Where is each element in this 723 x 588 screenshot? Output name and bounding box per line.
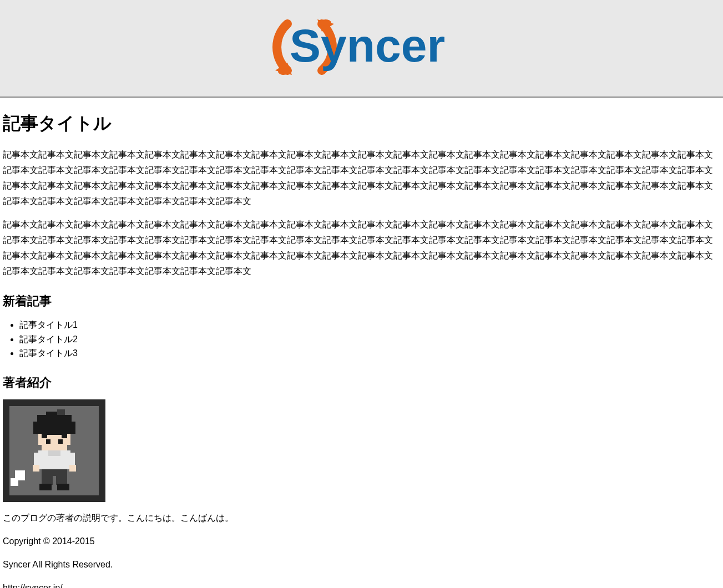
main-content: 記事タイトル 記事本文記事本文記事本文記事本文記事本文記事本文記事本文記事本文記… <box>0 111 723 588</box>
svg-rect-22 <box>69 465 76 472</box>
svg-rect-18 <box>34 453 42 466</box>
svg-rect-8 <box>57 409 65 415</box>
site-footer: Copyright © 2014-2015 Syncer All Rights … <box>3 534 720 588</box>
footer-url[interactable]: http://syncer.jp/ <box>3 580 720 588</box>
recent-item-title: 記事タイトル3 <box>19 348 78 358</box>
recent-list-item[interactable]: 記事タイトル2 <box>19 332 720 347</box>
author-avatar <box>3 399 105 502</box>
svg-rect-16 <box>58 439 63 444</box>
article-title: 記事タイトル <box>3 111 720 136</box>
article-body-paragraph: 記事本文記事本文記事本文記事本文記事本文記事本文記事本文記事本文記事本文記事本文… <box>3 147 720 209</box>
svg-rect-19 <box>67 453 75 466</box>
recent-heading: 新着記事 <box>3 293 720 310</box>
syncer-logo-icon: Syncer <box>262 8 462 86</box>
svg-rect-21 <box>33 465 39 472</box>
svg-point-1 <box>278 68 289 75</box>
author-heading: 著者紹介 <box>3 374 720 391</box>
author-description: このブログの著者の説明です。こんにちは。こんばんは。 <box>3 510 720 526</box>
site-header: Syncer <box>0 0 723 98</box>
article-body-paragraph: 記事本文記事本文記事本文記事本文記事本文記事本文記事本文記事本文記事本文記事本文… <box>3 217 720 279</box>
svg-rect-25 <box>39 484 52 490</box>
footer-rights: Syncer All Rights Reserved. <box>3 557 720 572</box>
svg-rect-15 <box>46 439 50 444</box>
recent-list-item[interactable]: 記事タイトル1 <box>19 318 720 332</box>
footer-copyright: Copyright © 2014-2015 <box>3 534 720 549</box>
svg-rect-14 <box>62 430 67 438</box>
svg-text:Syncer: Syncer <box>290 19 445 72</box>
recent-item-title: 記事タイトル1 <box>19 320 78 330</box>
recent-item-title: 記事タイトル2 <box>19 334 78 344</box>
pixel-avatar-icon <box>3 399 105 502</box>
svg-rect-26 <box>57 484 69 490</box>
svg-rect-28 <box>11 478 18 486</box>
svg-rect-20 <box>48 450 60 456</box>
recent-list: 記事タイトル1 記事タイトル2 記事タイトル3 <box>19 318 720 361</box>
svg-rect-13 <box>42 430 47 438</box>
svg-rect-24 <box>53 476 56 485</box>
recent-list-item[interactable]: 記事タイトル3 <box>19 346 720 361</box>
site-logo[interactable]: Syncer <box>262 8 462 88</box>
